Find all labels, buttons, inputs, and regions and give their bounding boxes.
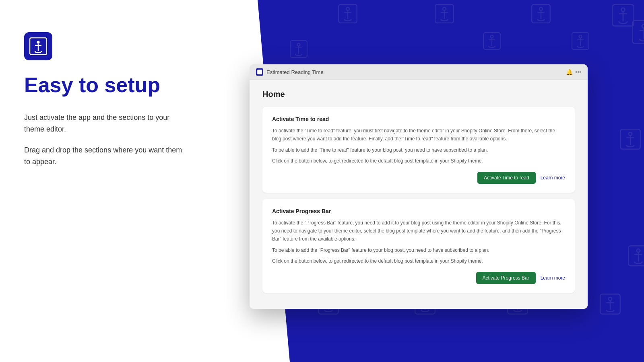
left-panel: Easy to setup Just activate the app and … [0, 0, 209, 362]
pattern-anchor [620, 129, 641, 153]
app-titlebar-left: Estimated Reading Time [256, 68, 324, 76]
activate-progress-bar-button[interactable]: Activate Progress Bar [476, 272, 536, 284]
app-content: Home Activate Time to read To activate t… [250, 80, 588, 309]
svg-point-13 [539, 7, 543, 10]
card2-para1: To activate the "Progress Bar" feature, … [272, 219, 565, 243]
feature-card-time-to-read: Activate Time to read To activate the "T… [262, 107, 575, 193]
svg-point-77 [609, 297, 612, 300]
svg-point-21 [297, 43, 300, 46]
pattern-anchor [531, 4, 551, 27]
pattern-anchor [612, 4, 634, 30]
svg-point-5 [346, 7, 349, 10]
favicon-icon [257, 70, 262, 74]
card1-para3: Click on the button below, to get redire… [272, 157, 565, 165]
card1-learn-more-link[interactable]: Learn more [541, 175, 565, 181]
right-panel: Estimated Reading Time 🔔 ••• Home Activa… [209, 0, 644, 362]
svg-point-81 [259, 70, 260, 71]
app-logo [24, 32, 52, 60]
app-title-label: Estimated Reading Time [266, 69, 324, 75]
more-icon[interactable]: ••• [575, 69, 581, 75]
app-window: Estimated Reading Time 🔔 ••• Home Activa… [250, 64, 588, 309]
subtext-2: Drag and drop the sections where you wan… [24, 144, 185, 168]
app-page-title: Home [262, 90, 575, 99]
pattern-anchor [290, 40, 308, 62]
svg-point-17 [621, 8, 625, 12]
pattern-anchor [435, 4, 454, 27]
app-favicon [256, 68, 263, 76]
card1-para1: To activate the "Time to read" feature, … [272, 127, 565, 143]
svg-point-25 [491, 35, 493, 38]
anchor-logo-icon [29, 37, 47, 55]
card1-title: Activate Time to read [272, 116, 565, 122]
svg-point-41 [629, 132, 632, 136]
svg-point-29 [579, 35, 582, 38]
subtext-1: Just activate the app and the sections t… [24, 112, 185, 135]
card1-para2: To be able to add the "Time to read" fea… [272, 146, 565, 154]
svg-point-1 [37, 41, 40, 44]
card2-learn-more-link[interactable]: Learn more [541, 275, 565, 281]
activate-time-to-read-button[interactable]: Activate Time to read [477, 172, 536, 184]
app-titlebar: Estimated Reading Time 🔔 ••• [250, 64, 588, 80]
pattern-anchor [572, 32, 589, 53]
pattern-anchor [628, 245, 644, 270]
pattern-anchor [600, 294, 621, 318]
pattern-anchor [338, 4, 357, 27]
svg-point-61 [637, 249, 640, 252]
bell-icon[interactable]: 🔔 [566, 69, 573, 75]
app-titlebar-right: 🔔 ••• [566, 69, 581, 75]
card2-actions: Activate Progress Bar Learn more [272, 272, 565, 284]
card2-para3: Click on the button below, to get redire… [272, 257, 565, 265]
pattern-anchor [632, 20, 644, 48]
card2-para2: To be able to add the "Progress Bar" fea… [272, 247, 565, 255]
headline: Easy to setup [24, 73, 185, 97]
card2-title: Activate Progress Bar [272, 208, 565, 214]
feature-card-progress-bar: Activate Progress Bar To activate the "P… [262, 199, 575, 293]
svg-point-33 [642, 24, 644, 28]
pattern-anchor [483, 32, 501, 53]
card1-actions: Activate Time to read Learn more [272, 172, 565, 184]
svg-point-9 [443, 7, 446, 10]
